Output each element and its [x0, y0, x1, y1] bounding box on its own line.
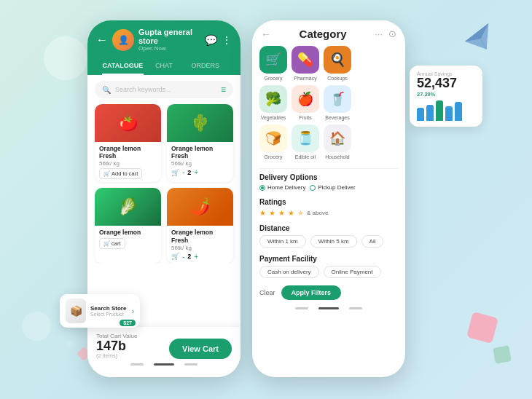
- cat-icon-vegetables: 🥦: [259, 85, 287, 113]
- product-info-2: Orange lemon Fresh 56tk/ kg 🛒 - 2 +: [167, 142, 233, 179]
- product-name-4: Orange lemon Fresh: [171, 229, 229, 243]
- cart-bottom: Total Cart Value 147b (2 items) View Car…: [87, 327, 240, 377]
- delivery-option-pickup[interactable]: Pickup Deliver: [310, 184, 355, 191]
- store-info: Gupta general store Open Now: [138, 28, 200, 52]
- add-label-3: cart: [112, 240, 121, 247]
- cart-icon-3: 🛒: [103, 240, 110, 247]
- back-arrow-right[interactable]: ←: [261, 28, 271, 40]
- product-img-2: 🌵: [167, 104, 233, 142]
- product-price-4: 56tk/ kg: [171, 245, 229, 251]
- cart-items-label: (2 items): [96, 352, 137, 359]
- phone-nav-bar-left: [96, 359, 232, 368]
- paper-plane-icon: [460, 20, 498, 60]
- cat-grocery[interactable]: 🛒 Grocery: [259, 46, 287, 81]
- phone-tabs: CATALOGUE CHAT ORDERS: [96, 58, 232, 75]
- product-img-4: 🌶️: [167, 188, 233, 226]
- avatar-emoji: 👤: [118, 35, 129, 45]
- add-to-cart-btn-3[interactable]: 🛒 cart: [99, 238, 125, 249]
- product-action-3: 🛒 cart: [99, 238, 157, 249]
- cat-icon-grocery2: 🍞: [259, 125, 287, 152]
- header-icons: 💬 ⋮: [205, 34, 232, 46]
- store-status: Open Now: [138, 45, 200, 52]
- chip-5km[interactable]: Within 5 km: [310, 235, 357, 248]
- deco-cube-teal: [493, 345, 511, 363]
- cat-pharmacy[interactable]: 💊 Pharmacy: [292, 46, 319, 81]
- chat-icon[interactable]: 💬: [205, 34, 217, 46]
- cat-household[interactable]: 🏠 Household: [324, 125, 351, 159]
- settings-icon[interactable]: ⊙: [388, 28, 396, 39]
- tab-orders[interactable]: ORDERS: [184, 58, 226, 75]
- qty-minus-2[interactable]: -: [182, 168, 184, 176]
- divider-1: [259, 168, 398, 169]
- more-dots-icon[interactable]: ···: [375, 28, 383, 39]
- category-title: Category: [300, 28, 347, 40]
- ratings-title: Ratings: [259, 198, 398, 206]
- product-price-2: 56tk/ kg: [171, 160, 229, 167]
- cat-grocery2[interactable]: 🍞 Grocery: [259, 125, 287, 159]
- view-cart-button[interactable]: View Cart: [169, 339, 232, 359]
- cat-label-cookups: Cookups: [327, 76, 348, 81]
- cat-beverages[interactable]: 🥤 Beverages: [324, 85, 351, 120]
- floating-card-sub: Select Product: [90, 312, 128, 317]
- clear-button[interactable]: Clear: [259, 289, 275, 296]
- product-action-1: 🛒 Add to cart: [99, 168, 157, 179]
- cat-icon-household: 🏠: [324, 125, 351, 152]
- cat-label-fruits: Fruits: [299, 115, 312, 120]
- store-avatar: 👤: [112, 29, 134, 51]
- tab-chat[interactable]: CHAT: [144, 58, 185, 75]
- ratings-row: ★ ★ ★ ★ ★ & above: [252, 209, 405, 220]
- category-section: 🛒 Grocery 💊 Pharmacy 🍳 Cookups 🥦 Vegetab…: [252, 40, 405, 167]
- filter-actions: Clear Apply Filters: [252, 281, 405, 303]
- floating-card-text: Search Store Select Product: [90, 305, 128, 317]
- add-to-cart-btn-1[interactable]: 🛒 Add to cart: [99, 168, 142, 179]
- category-row-2: 🥦 Vegetables 🍎 Fruits 🥤 Beverages: [259, 85, 398, 120]
- qty-minus-4[interactable]: -: [182, 253, 184, 261]
- back-arrow-icon[interactable]: ←: [96, 33, 108, 47]
- cart-total-value: 147b: [96, 339, 137, 352]
- star-1: ★: [259, 209, 266, 217]
- chip-1km[interactable]: Within 1 km: [259, 235, 306, 248]
- category-row-3: 🍞 Grocery 🫙 Edible oil 🏠 Household: [259, 125, 398, 159]
- nav-dot-r3: [349, 307, 362, 309]
- cat-vegetables[interactable]: 🥦 Vegetables: [259, 85, 287, 120]
- bar-2: [426, 105, 434, 121]
- chip-cash[interactable]: Cash on delivery: [259, 266, 319, 278]
- cart-icon-4: 🛒: [171, 253, 179, 260]
- qty-plus-2[interactable]: +: [194, 168, 198, 176]
- search-bar[interactable]: 🔍 Search keywords... ≡: [95, 81, 233, 98]
- add-label-1: Add to cart: [112, 170, 138, 177]
- apply-filters-button[interactable]: Apply Filters: [281, 285, 342, 300]
- chip-online[interactable]: Online Payment: [324, 266, 381, 278]
- delivery-option-home[interactable]: Home Delivery: [259, 184, 305, 191]
- qty-plus-4[interactable]: +: [194, 253, 198, 261]
- filter-icon[interactable]: ≡: [221, 84, 226, 95]
- qty-num-4: 2: [187, 253, 191, 260]
- header-top: ← 👤 Gupta general store Open Now 💬 ⋮: [96, 28, 232, 58]
- bar-3: [436, 100, 443, 121]
- right-phone-header: ← Category ··· ⊙: [252, 20, 405, 40]
- tab-catalogue[interactable]: CATALOGUE: [102, 58, 144, 75]
- cart-icon-1: 🛒: [103, 170, 110, 177]
- cat-edible-oil[interactable]: 🫙 Edible oil: [292, 125, 319, 159]
- chip-all[interactable]: All: [361, 235, 384, 248]
- product-grid: 🍅 Orange lemon Fresh 56tk/ kg 🛒 Add to c…: [87, 104, 240, 264]
- deco-cube-pink: [466, 312, 498, 344]
- deco-circle-2: [22, 312, 51, 341]
- cat-cookups[interactable]: 🍳 Cookups: [324, 46, 351, 81]
- floating-card-title: Search Store: [90, 305, 128, 312]
- cat-label-beverages: Beverages: [325, 115, 349, 120]
- category-row-1: 🛒 Grocery 💊 Pharmacy 🍳 Cookups: [259, 46, 398, 81]
- cat-label-household: Household: [325, 154, 349, 159]
- product-price-1: 56tk/ kg: [99, 160, 157, 167]
- nav-dot-2: [154, 363, 174, 366]
- nav-dot-1: [130, 363, 144, 366]
- right-phone: ← Category ··· ⊙ 🛒 Grocery 💊 Pharmacy: [252, 20, 405, 377]
- cat-fruits[interactable]: 🍎 Fruits: [292, 85, 319, 120]
- phone-nav-bar-right: [252, 303, 405, 312]
- more-icon[interactable]: ⋮: [222, 34, 232, 46]
- floating-search-card[interactable]: 📦 Search Store Select Product › $27: [60, 294, 140, 328]
- payment-chips: Cash on delivery Online Payment: [252, 266, 405, 281]
- product-card-3: 🥬 Orange lemon 🛒 cart: [95, 188, 161, 263]
- floating-card-arrow-icon: ›: [132, 307, 134, 315]
- product-action-4: 🛒 - 2 +: [171, 253, 229, 261]
